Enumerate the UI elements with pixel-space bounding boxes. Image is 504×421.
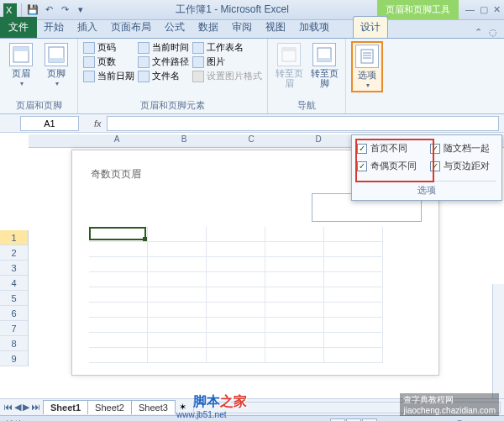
tab-data[interactable]: 数据 <box>192 17 225 38</box>
status-bar: 就绪 100% − + <box>0 415 504 421</box>
row-header[interactable]: 5 <box>0 291 29 306</box>
file-path-button[interactable]: 文件路径 <box>138 55 189 68</box>
group-label: 导航 <box>273 97 340 112</box>
svg-rect-10 <box>361 50 373 63</box>
current-date-button[interactable]: 当前日期 <box>83 70 134 82</box>
close-icon[interactable]: ✕ <box>493 4 501 15</box>
different-first-page-checkbox[interactable]: ✓首页不同 <box>357 142 423 155</box>
format-picture-button: 设置图片格式 <box>192 70 262 82</box>
sheet-nav: ⏮ ◀ ▶ ⏭ <box>0 402 44 413</box>
save-icon[interactable]: 💾 <box>26 3 39 17</box>
svg-text:X: X <box>6 5 13 15</box>
svg-rect-9 <box>318 58 331 61</box>
vertical-scrollbar[interactable] <box>492 284 504 398</box>
row-header[interactable]: 2 <box>0 245 29 260</box>
footer-button[interactable]: 页脚▾ <box>40 41 72 89</box>
qat-separator <box>21 3 22 17</box>
scale-with-doc-checkbox[interactable]: ✓随文档一起 <box>430 142 496 155</box>
last-sheet-icon[interactable]: ⏭ <box>31 402 40 413</box>
tab-view[interactable]: 视图 <box>259 17 292 38</box>
row-header[interactable]: 4 <box>0 276 29 291</box>
group-header-footer: 页眉▾ 页脚▾ 页眉和页脚 <box>0 39 78 113</box>
options-group-label: 选项 <box>357 181 496 197</box>
row-header[interactable]: 3 <box>0 260 29 276</box>
row-headers: 1 2 3 4 5 6 7 8 9 <box>0 230 29 366</box>
format-picture-icon <box>192 71 204 82</box>
ribbon: 页眉▾ 页脚▾ 页眉和页脚 页码 页数 当前日期 当前时间 文件路径 文件名 工… <box>0 39 504 114</box>
sheet-tab[interactable]: Sheet2 <box>87 400 132 414</box>
file-name-button[interactable]: 文件名 <box>138 70 189 82</box>
new-sheet-icon[interactable]: ✶ <box>176 402 190 413</box>
doc-name: 工作簿1 <box>176 3 212 15</box>
tab-design[interactable]: 设计 <box>353 16 388 38</box>
options-button[interactable]: 选项▾ <box>351 41 383 92</box>
goto-header-button: 转至页眉 <box>273 41 305 90</box>
undo-icon[interactable]: ↶ <box>42 3 55 17</box>
normal-view-icon[interactable] <box>330 418 345 422</box>
help-area: ⌃ ◌ <box>475 27 504 38</box>
tab-formulas[interactable]: 公式 <box>158 17 192 38</box>
minimize-icon[interactable]: — <box>465 4 475 15</box>
minimize-ribbon-icon[interactable]: ⌃ <box>475 27 482 38</box>
page-number-icon <box>83 42 95 54</box>
options-popup: ✓首页不同 ✓随文档一起 ✓奇偶页不同 ✓与页边距对 选项 <box>351 134 502 201</box>
formula-bar-row: A1 fx <box>0 114 504 133</box>
group-label: 页眉和页脚元素 <box>83 97 262 112</box>
footer-icon <box>45 43 68 66</box>
filename-icon <box>138 71 150 82</box>
fx-icon[interactable]: fx <box>94 118 102 129</box>
sheet-tab[interactable]: Sheet1 <box>43 400 88 414</box>
horizontal-scrollbar[interactable] <box>193 402 501 413</box>
sheet-tab[interactable]: Sheet3 <box>131 400 176 414</box>
row-header[interactable]: 6 <box>0 306 29 321</box>
different-odd-even-checkbox[interactable]: ✓奇偶页不同 <box>357 160 423 172</box>
redo-icon[interactable]: ↷ <box>58 3 71 17</box>
picture-button[interactable]: 图片 <box>192 55 262 68</box>
page-layout-view-icon[interactable] <box>346 418 361 422</box>
svg-rect-7 <box>282 48 296 51</box>
picture-icon <box>192 56 204 68</box>
tab-addins[interactable]: 加载项 <box>292 17 336 38</box>
active-cell[interactable] <box>89 227 146 240</box>
excel-icon[interactable]: X <box>3 3 17 17</box>
group-elements: 页码 页数 当前日期 当前时间 文件路径 文件名 工作表名 图片 设置图片格式 … <box>78 39 268 113</box>
formula-bar[interactable] <box>107 116 499 131</box>
checkbox-icon: ✓ <box>430 144 440 154</box>
row-header[interactable]: 9 <box>0 351 29 366</box>
current-time-button[interactable]: 当前时间 <box>138 41 189 54</box>
tab-file[interactable]: 文件 <box>0 17 37 38</box>
page-break-view-icon[interactable] <box>362 418 377 422</box>
contextual-tab-title: 页眉和页脚工具 <box>377 0 459 19</box>
page-number-button[interactable]: 页码 <box>83 41 134 54</box>
view-buttons <box>330 418 377 422</box>
next-sheet-icon[interactable]: ▶ <box>23 402 29 413</box>
header-button[interactable]: 页眉▾ <box>5 41 37 89</box>
goto-footer-icon <box>312 43 336 66</box>
row-header[interactable]: 1 <box>0 230 29 245</box>
header-left-section[interactable] <box>89 193 197 222</box>
page-count-button[interactable]: 页数 <box>83 55 134 68</box>
tab-insert[interactable]: 插入 <box>71 17 104 38</box>
align-with-margins-checkbox[interactable]: ✓与页边距对 <box>430 160 496 172</box>
name-box[interactable]: A1 <box>20 116 79 131</box>
row-header[interactable]: 7 <box>0 321 29 336</box>
tab-home[interactable]: 开始 <box>37 17 71 38</box>
app-name: Microsoft Excel <box>221 3 289 15</box>
sheet-name-button[interactable]: 工作表名 <box>192 41 262 54</box>
tab-page-layout[interactable]: 页面布局 <box>104 17 158 38</box>
row-header[interactable]: 8 <box>0 336 29 351</box>
checkbox-icon: ✓ <box>430 161 440 171</box>
tab-review[interactable]: 审阅 <box>225 17 259 38</box>
header-center-section[interactable] <box>201 193 309 222</box>
time-icon <box>138 42 150 54</box>
prev-sheet-icon[interactable]: ◀ <box>14 402 21 413</box>
help-icon[interactable]: ◌ <box>489 27 497 38</box>
chevron-down-icon: ▾ <box>20 80 24 87</box>
goto-footer-button[interactable]: 转至页脚 <box>308 41 340 90</box>
restore-icon[interactable]: ▢ <box>480 4 488 15</box>
svg-rect-3 <box>13 47 29 51</box>
goto-header-icon <box>277 43 301 66</box>
qat-dropdown-icon[interactable]: ▾ <box>74 3 87 17</box>
sheet-tab-bar: ⏮ ◀ ▶ ⏭ Sheet1 Sheet2 Sheet3 ✶ <box>0 398 504 415</box>
first-sheet-icon[interactable]: ⏮ <box>3 402 13 413</box>
